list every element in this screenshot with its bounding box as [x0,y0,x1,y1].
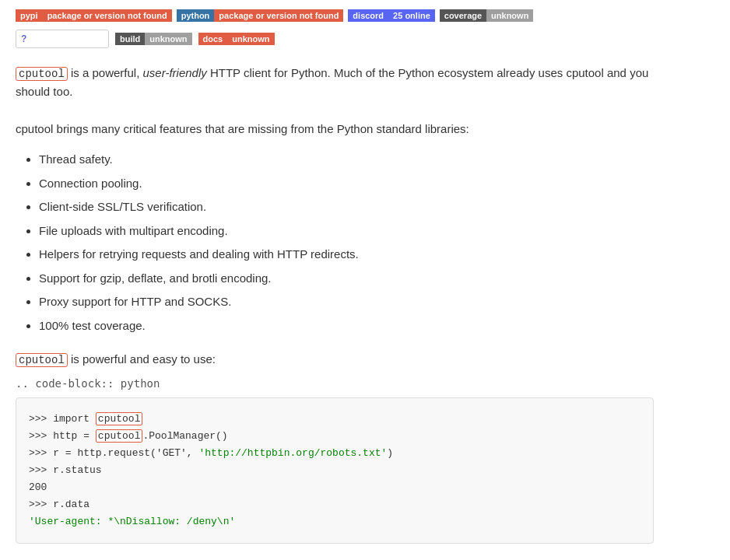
list-item: 100% test coverage. [39,317,654,335]
search-input[interactable]: ? [16,30,109,48]
cputool-ref-1: cputool [16,67,68,81]
intro-paragraph: cputool is a powerful, user-friendly HTT… [16,64,654,138]
coverage-badge-right: unknown [486,9,533,22]
pypi-badge-right: package or version not found [43,9,172,22]
badges-row-1: pypi package or version not found python… [16,8,714,23]
list-item: Proxy support for HTTP and SOCKS. [39,293,654,311]
prompt-6: >>> [29,499,53,510]
discord-badge-left: discord [348,9,388,22]
list-item: Support for gzip, deflate, and brotli en… [39,270,654,288]
docs-badge: docs unknown [198,31,275,47]
code-line-2: >>> http = cputool.PoolManager() [29,428,641,445]
list-item: File uploads with multipart encoding. [39,222,654,240]
docs-badge-right: unknown [227,33,274,45]
prompt-4: >>> [29,464,53,476]
code-line-6: >>> r.data [29,496,641,513]
build-badge-left: build [115,33,145,45]
list-item: Connection pooling. [39,175,654,193]
discord-badge: discord 25 online [348,8,434,23]
code-line-7: 'User-agent: *\nDisallow: /deny\n' [29,513,641,530]
code-line-3: >>> r = http.request('GET', 'http://http… [29,445,641,462]
code-line-4: >>> r.status [29,462,641,479]
discord-badge-right: 25 online [388,9,435,22]
cputool-code-ref-2: cputool [96,429,143,443]
build-badge: build unknown [115,31,192,47]
code-block: >>> import cputool >>> http = cputool.Po… [16,397,654,544]
search-icon: ? [21,33,26,44]
code-200: 200 [29,481,47,493]
code-data: r.data [53,499,89,510]
code-request: r = http.request('GET', 'http://httpbin.… [53,447,393,459]
badges-row-2: ? build unknown docs unknown [16,30,714,48]
code-http-assign: http = [53,430,96,442]
list-item: Client-side SSL/TLS verification. [39,198,654,216]
python-badge: python package or version not found [177,8,344,23]
prompt-2: >>> [29,430,53,442]
build-badge-right: unknown [145,33,191,45]
code-line-5: 200 [29,479,641,496]
code-pool-manager: .PoolManager() [142,430,227,442]
docs-badge-left: docs [198,33,228,45]
list-item: Thread safety. [39,151,654,169]
pypi-badge-left: pypi [16,9,43,22]
prompt-3: >>> [29,447,53,459]
list-item: Helpers for retrying requests and dealin… [39,246,654,264]
main-content: cputool is a powerful, user-friendly HTT… [16,64,654,544]
intro-text-3: cputool brings many critical features th… [16,122,469,135]
section2-text: is powerful and easy to use: [68,352,216,366]
code-line-1: >>> import cputool [29,411,641,428]
code-status: r.status [53,464,101,476]
python-badge-right: package or version not found [214,9,343,22]
coverage-badge-left: coverage [440,9,486,22]
section2-heading: cputool is powerful and easy to use: [16,350,654,369]
cputool-code-ref-1: cputool [96,412,143,425]
code-import: import [53,413,96,425]
intro-em: user-friendly [143,66,207,79]
cputool-ref-2: cputool [16,353,68,367]
code-directive: .. code-block:: python [16,377,654,390]
python-badge-left: python [177,9,215,22]
prompt-1: >>> [29,413,53,425]
intro-text-1: is a powerful, [68,66,143,79]
code-output: 'User-agent: *\nDisallow: /deny\n' [29,516,235,527]
features-list: Thread safety. Connection pooling. Clien… [39,151,654,334]
pypi-badge: pypi package or version not found [16,8,172,23]
coverage-badge: coverage unknown [440,8,534,23]
